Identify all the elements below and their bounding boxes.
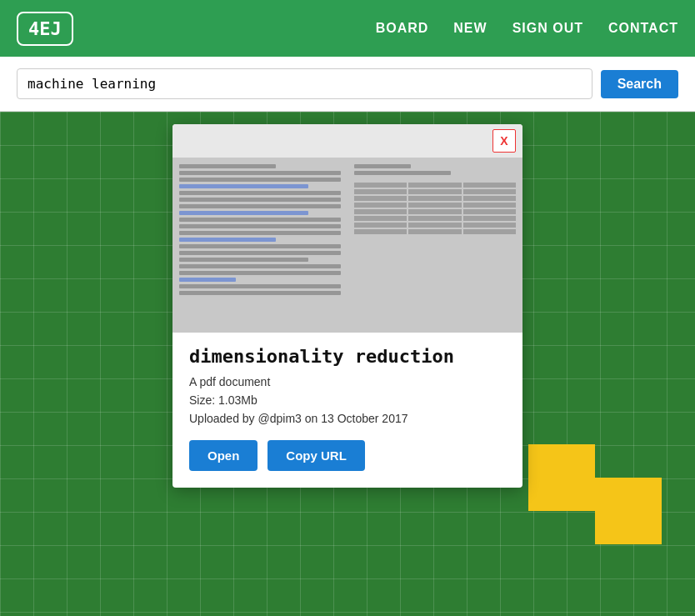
doc-cell [408, 196, 461, 201]
app-header: 4EJ BOARD NEW SIGN OUT CONTACT [0, 0, 695, 57]
doc-cell [408, 223, 461, 228]
doc-line [179, 258, 308, 262]
doc-cell [354, 209, 407, 214]
document-modal: X [172, 124, 522, 488]
doc-line [354, 171, 451, 175]
doc-col-right [348, 158, 522, 333]
card-content: dimensionality reduction A pdf document … [172, 333, 522, 488]
doc-cell [354, 216, 407, 221]
doc-cell [408, 183, 461, 188]
preview-inner [172, 158, 522, 333]
doc-cell [408, 216, 461, 221]
doc-cell [408, 203, 461, 208]
search-input[interactable] [17, 68, 592, 99]
doc-line [179, 178, 341, 182]
copy-url-button[interactable]: Copy URL [268, 440, 365, 471]
doc-table [354, 183, 516, 234]
doc-cell [354, 229, 407, 234]
search-button[interactable]: Search [601, 70, 678, 98]
doc-cell [354, 223, 407, 228]
doc-table-row [354, 223, 516, 228]
doc-line [179, 251, 341, 255]
logo: 4EJ [17, 12, 73, 46]
doc-cell [354, 203, 407, 208]
doc-cell [408, 189, 461, 194]
document-preview [172, 158, 522, 333]
doc-line [179, 278, 236, 282]
yellow-block-2 [595, 478, 662, 544]
doc-cell [463, 189, 516, 194]
close-button[interactable]: X [492, 129, 516, 153]
document-upload-info: Uploaded by @dpim3 on 13 October 2017 [189, 412, 506, 425]
open-button[interactable]: Open [189, 440, 258, 471]
doc-line [179, 291, 341, 295]
doc-line [354, 164, 411, 168]
doc-line [179, 198, 341, 202]
doc-line [179, 218, 341, 222]
doc-cell [463, 183, 516, 188]
doc-cell [463, 229, 516, 234]
doc-cell [463, 203, 516, 208]
doc-line [179, 244, 341, 248]
doc-line [179, 191, 341, 195]
doc-line [179, 211, 308, 215]
yellow-block-1 [528, 444, 595, 511]
doc-cell [463, 196, 516, 201]
doc-line [179, 238, 276, 242]
doc-table-row [354, 209, 516, 214]
document-type: A pdf document [189, 375, 506, 388]
doc-cell [408, 229, 461, 234]
main-nav: BOARD NEW SIGN OUT CONTACT [376, 21, 678, 36]
doc-table-row [354, 196, 516, 201]
search-bar: Search [0, 57, 695, 112]
doc-line [179, 271, 341, 275]
doc-table-row [354, 189, 516, 194]
nav-contact[interactable]: CONTACT [608, 21, 678, 36]
doc-line [179, 264, 341, 268]
doc-cell [463, 223, 516, 228]
doc-table-row [354, 216, 516, 221]
doc-cell [354, 189, 407, 194]
doc-line [179, 184, 308, 188]
document-size: Size: 1.03Mb [189, 393, 506, 407]
nav-new[interactable]: NEW [453, 21, 487, 36]
doc-cell [354, 196, 407, 201]
nav-board[interactable]: BOARD [376, 21, 429, 36]
doc-line [179, 171, 341, 175]
doc-table-row [354, 203, 516, 208]
doc-cell [463, 216, 516, 221]
doc-cell [354, 183, 407, 188]
modal-header: X [172, 124, 522, 158]
card-actions: Open Copy URL [189, 440, 506, 471]
doc-line [179, 204, 341, 208]
nav-sign-out[interactable]: SIGN OUT [512, 21, 583, 36]
doc-table-row [354, 183, 516, 188]
doc-col-left [172, 158, 348, 333]
doc-line [179, 231, 341, 235]
doc-line [179, 164, 276, 168]
doc-line [179, 284, 341, 288]
doc-table-row [354, 229, 516, 234]
grid-background: X [0, 112, 695, 616]
doc-line [179, 224, 341, 228]
doc-cell [408, 209, 461, 214]
doc-cell [463, 209, 516, 214]
document-title: dimensionality reduction [189, 346, 506, 367]
